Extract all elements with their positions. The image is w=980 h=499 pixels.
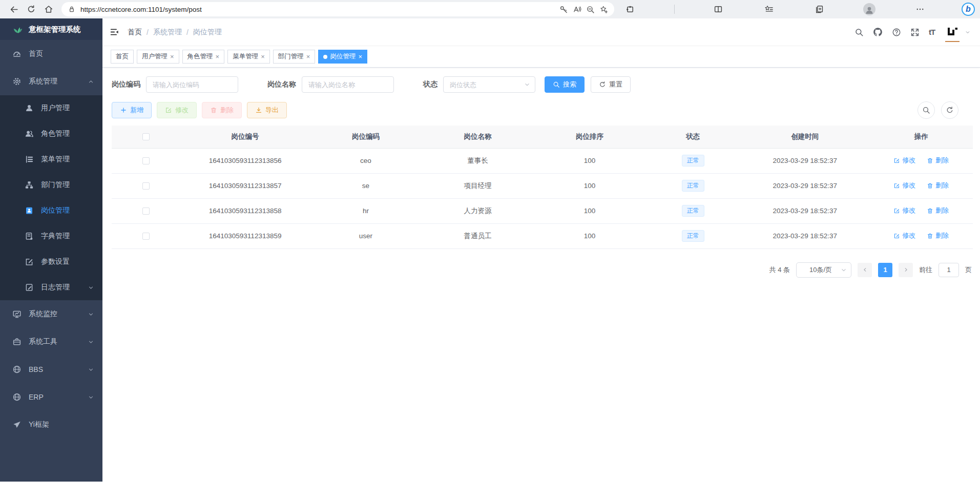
status-badge: 正常 [682,180,704,192]
sidebar-collapse-button[interactable] [110,27,119,37]
url-text[interactable]: https://ccnetcore.com:1101/system/post [80,6,555,13]
table-row: 1641030593112313857 se 项目经理 100 正常 2023-… [112,173,973,198]
edit-square-icon [25,257,34,266]
user-avatar-dropdown[interactable] [944,24,971,40]
sidebar-item-log-management[interactable]: 日志管理 [0,275,102,300]
post-name-input[interactable] [302,76,394,93]
sidebar-item-label: 日志管理 [41,283,70,292]
sidebar-item-yi-framework[interactable]: Yi框架 [0,411,102,439]
copilot-button[interactable]: b [962,3,975,16]
next-page-button[interactable] [899,263,913,277]
sidebar-item-label: 字典管理 [41,232,70,241]
export-button[interactable]: 导出 [247,102,287,118]
extensions-button[interactable] [621,2,639,17]
sidebar-item-system-tools[interactable]: 系统工具 [0,328,102,356]
toggle-search-button[interactable] [918,101,935,119]
row-delete-link[interactable]: 删除 [927,206,949,215]
collections-icon [815,5,824,14]
row-edit-link[interactable]: 修改 [893,231,915,240]
tab-dept-management[interactable]: 部门管理× [273,50,316,64]
browser-profile-button[interactable] [861,2,878,17]
sidebar-item-erp[interactable]: ERP [0,383,102,411]
edit-icon [165,107,172,114]
tab-close-icon[interactable]: × [261,53,265,60]
reset-button[interactable]: 重置 [591,76,631,93]
font-size-button[interactable] [929,28,935,36]
breadcrumb-home[interactable]: 首页 [128,28,142,37]
search-button[interactable]: 搜索 [545,76,585,93]
read-aloud-icon[interactable] [573,5,581,14]
add-favorite-icon[interactable] [599,5,608,14]
delete-button[interactable]: 删除 [202,102,242,118]
select-all-checkbox[interactable] [142,133,150,140]
row-checkbox[interactable] [142,207,150,215]
cell-post-name: 项目经理 [422,173,534,198]
status-badge: 正常 [682,230,704,242]
tab-close-icon[interactable]: × [358,53,362,60]
row-delete-link[interactable]: 删除 [927,156,949,165]
sidebar-item-bbs[interactable]: BBS [0,356,102,383]
sidebar-item-system-management[interactable]: 系统管理 [0,68,102,95]
tab-role-management[interactable]: 角色管理× [182,50,225,64]
total-count: 共 4 条 [769,265,790,275]
page-content: 岗位编码 岗位名称 状态 搜索 [102,68,980,499]
row-delete-link[interactable]: 删除 [927,181,949,190]
sidebar-item-post-management[interactable]: 岗位管理 [0,198,102,223]
post-code-label: 岗位编码 [112,80,140,89]
add-button[interactable]: 新增 [112,102,152,118]
collections-button[interactable] [810,2,828,17]
sidebar-item-param-settings[interactable]: 参数设置 [0,249,102,275]
tab-user-management[interactable]: 用户管理× [137,50,179,64]
cell-created: 2023-03-29 18:52:37 [740,198,869,223]
column-post-id: 岗位编号 [181,126,310,148]
sidebar-menu: 首页 系统管理 用户管理 角色管理 菜单管理 [0,40,102,439]
row-checkbox[interactable] [142,157,150,164]
row-delete-link[interactable]: 删除 [927,231,949,240]
browser-home-button[interactable] [40,2,57,17]
sidebar-item-role-management[interactable]: 角色管理 [0,121,102,147]
row-checkbox[interactable] [142,182,150,190]
sidebar-item-dept-management[interactable]: 部门管理 [0,172,102,198]
help-button[interactable] [892,28,901,37]
prev-page-button[interactable] [858,263,872,277]
header-search-button[interactable] [854,28,864,37]
edit-button[interactable]: 修改 [157,102,197,118]
fullscreen-button[interactable] [910,28,920,37]
sidebar-item-system-monitor[interactable]: 系统监控 [0,300,102,328]
tab-menu-management[interactable]: 菜单管理× [227,50,270,64]
tab-close-icon[interactable]: × [216,53,220,60]
split-screen-button[interactable] [710,2,727,17]
page-1-button[interactable]: 1 [878,263,892,277]
browser-menu-button[interactable] [911,2,929,17]
favorites-button[interactable] [760,2,778,17]
row-edit-link[interactable]: 修改 [893,156,915,165]
row-edit-link[interactable]: 修改 [893,181,915,190]
tab-post-management[interactable]: 岗位管理× [318,50,367,64]
password-key-icon[interactable] [559,5,568,14]
chevron-down-icon [88,311,94,318]
tab-close-icon[interactable]: × [306,53,310,60]
status-select[interactable] [443,76,535,93]
sidebar-item-user-management[interactable]: 用户管理 [0,95,102,121]
chevron-right-icon [903,266,909,273]
column-created: 创建时间 [740,126,869,148]
github-link[interactable] [873,27,883,37]
browser-refresh-button[interactable] [23,2,40,17]
address-bar[interactable]: https://ccnetcore.com:1101/system/post [61,2,614,16]
zoom-out-icon[interactable] [586,5,595,14]
browser-back-button[interactable] [5,2,23,17]
sidebar-item-home[interactable]: 首页 [0,40,102,68]
sidebar-item-menu-management[interactable]: 菜单管理 [0,147,102,172]
tab-close-icon[interactable]: × [170,53,174,60]
page-size-select[interactable] [796,262,851,278]
person-icon [864,5,874,15]
goto-page-input[interactable] [939,263,959,277]
post-code-input[interactable] [146,76,238,93]
row-checkbox[interactable] [142,233,150,240]
delete-button-label: 删除 [220,106,234,115]
refresh-table-button[interactable] [941,101,958,119]
row-edit-link[interactable]: 修改 [893,206,915,215]
sidebar-item-dict-management[interactable]: 字典管理 [0,223,102,249]
tab-home[interactable]: 首页 [111,50,134,64]
table-row: 1641030593112313859 user 普通员工 100 正常 202… [112,223,973,248]
